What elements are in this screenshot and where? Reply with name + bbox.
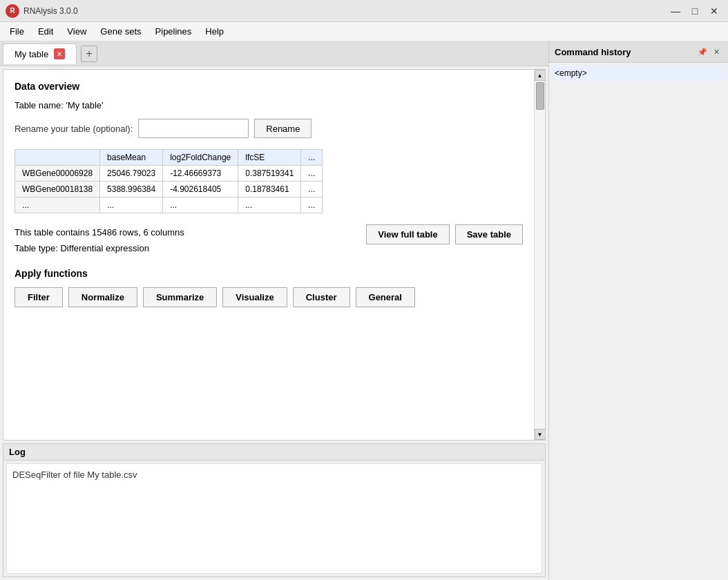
row-gene1-name: WBGene00006928 — [15, 166, 100, 182]
command-history-controls: 📌 ✕ — [696, 46, 722, 58]
row-ellipsis-lfcse: ... — [238, 197, 301, 213]
content-area: Data overview Table name: 'My table' Ren… — [0, 66, 548, 580]
menu-bar: FileEditViewGene setsPipelinesHelp — [0, 22, 728, 41]
close-history-button[interactable]: ✕ — [710, 46, 722, 58]
filter-button[interactable]: Filter — [15, 287, 63, 307]
col-header-more: ... — [301, 150, 323, 166]
menu-item-file[interactable]: File — [3, 23, 31, 39]
row-ellipsis-name: ... — [15, 197, 100, 213]
scroll-up-button[interactable]: ▲ — [535, 70, 546, 81]
command-history-content: <empty> — [552, 66, 725, 81]
row-ellipsis-more: ... — [301, 197, 323, 213]
title-bar: R RNAlysis 3.0.0 — □ ✕ — [0, 0, 728, 22]
right-panel: Command history 📌 ✕ <empty> — [548, 41, 728, 580]
table-name-value: 'My table' — [66, 100, 103, 110]
table-row: WBGene00006928 25046.79023 -12.46669373 … — [15, 166, 323, 182]
row-ellipsis-basemean: ... — [100, 197, 163, 213]
scroll-down-button[interactable]: ▼ — [535, 429, 546, 440]
col-header-lfcse: lfcSE — [238, 150, 301, 166]
add-tab-button[interactable]: + — [81, 46, 97, 62]
data-table: baseMean log2FoldChange lfcSE ... WBGene… — [15, 149, 323, 213]
rename-input[interactable] — [138, 119, 249, 138]
main-layout: My table ✕ + Data overview Table name: '… — [0, 41, 728, 580]
scrollbar-track[interactable]: ▲ ▼ — [534, 70, 545, 440]
minimize-button[interactable]: — — [667, 3, 684, 19]
visualize-button[interactable]: Visualize — [222, 287, 287, 307]
window-controls: — □ ✕ — [667, 3, 722, 19]
table-row: WBGene00018138 5388.996384 -4.902618405 … — [15, 182, 323, 197]
table-info-text: This table contains 15486 rows, 6 column… — [15, 224, 184, 257]
col-header-log2foldchange: log2FoldChange — [163, 150, 238, 166]
row-gene2-name: WBGene00018138 — [15, 182, 100, 197]
menu-item-help[interactable]: Help — [198, 23, 231, 39]
log-content: DESeqFilter of file My table.csv — [6, 463, 542, 574]
table-type-info: Table type: Differential expression — [15, 240, 184, 256]
tab-title: My table — [15, 49, 48, 59]
menu-item-view[interactable]: View — [60, 23, 93, 39]
table-info-row: This table contains 15486 rows, 6 column… — [15, 224, 523, 257]
table-row: ... ... ... ... ... — [15, 197, 323, 213]
row-gene2-log2fc: -4.902618405 — [163, 182, 238, 197]
row-gene1-lfcse: 0.387519341 — [238, 166, 301, 182]
row-ellipsis-log2fc: ... — [163, 197, 238, 213]
cluster-button[interactable]: Cluster — [293, 287, 350, 307]
main-tab[interactable]: My table ✕ — [3, 44, 77, 64]
normalize-button[interactable]: Normalize — [68, 287, 137, 307]
table-rows-cols-info: This table contains 15486 rows, 6 column… — [15, 224, 184, 240]
save-table-button[interactable]: Save table — [455, 224, 523, 244]
command-history-title: Command history — [555, 47, 631, 57]
tab-close-button[interactable]: ✕ — [54, 48, 65, 59]
pin-button[interactable]: 📌 — [696, 46, 709, 58]
rename-label: Rename your table (optional): — [15, 124, 133, 134]
table-actions: View full table Save table — [366, 224, 523, 244]
data-overview-section: Data overview Table name: 'My table' Ren… — [3, 69, 546, 441]
rename-row: Rename your table (optional): Rename — [15, 119, 523, 138]
apply-functions-title: Apply functions — [15, 268, 523, 279]
app-logo: R — [6, 4, 19, 18]
table-name-label: Table name: — [15, 100, 66, 110]
tab-bar: My table ✕ + — [0, 41, 548, 66]
menu-item-edit[interactable]: Edit — [31, 23, 60, 39]
row-gene1-log2fc: -12.46669373 — [163, 166, 238, 182]
log-title: Log — [3, 444, 545, 461]
apply-functions-section: Apply functions Filter Normalize Summari… — [15, 268, 523, 307]
row-gene2-basemean: 5388.996384 — [100, 182, 163, 197]
col-header-empty — [15, 150, 100, 166]
scrollable-content: Data overview Table name: 'My table' Ren… — [3, 70, 534, 440]
rename-button[interactable]: Rename — [254, 119, 312, 138]
row-gene1-more: ... — [301, 166, 323, 182]
general-button[interactable]: General — [356, 287, 415, 307]
table-header-row: baseMean log2FoldChange lfcSE ... — [15, 150, 323, 166]
close-button[interactable]: ✕ — [706, 3, 722, 19]
view-full-table-button[interactable]: View full table — [366, 224, 449, 244]
col-header-basemean: baseMean — [100, 150, 163, 166]
scrollbar-thumb[interactable] — [536, 82, 544, 110]
maximize-button[interactable]: □ — [687, 3, 703, 19]
log-section: Log DESeqFilter of file My table.csv — [3, 443, 546, 577]
command-history-header: Command history 📌 ✕ — [549, 41, 728, 63]
function-buttons: Filter Normalize Summarize Visualize Clu… — [15, 287, 523, 307]
menu-item-gene-sets[interactable]: Gene sets — [93, 23, 148, 39]
center-panel: My table ✕ + Data overview Table name: '… — [0, 41, 548, 580]
row-gene1-basemean: 25046.79023 — [100, 166, 163, 182]
menu-item-pipelines[interactable]: Pipelines — [149, 23, 199, 39]
app-title: RNAlysis 3.0.0 — [23, 6, 667, 16]
row-gene2-more: ... — [301, 182, 323, 197]
table-name-row: Table name: 'My table' — [15, 100, 523, 110]
data-overview-title: Data overview — [15, 81, 523, 92]
app-logo-text: R — [10, 7, 15, 14]
row-gene2-lfcse: 0.18783461 — [238, 182, 301, 197]
summarize-button[interactable]: Summarize — [143, 287, 217, 307]
